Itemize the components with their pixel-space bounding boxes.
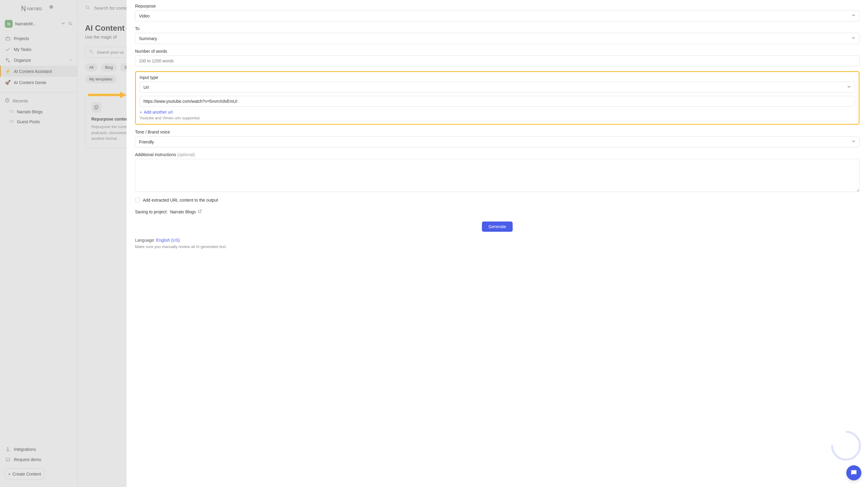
svg-point-1 [6,58,7,60]
chevron-down-icon[interactable] [61,21,65,27]
repurpose-select[interactable]: Video [135,10,860,21]
gear-icon[interactable] [68,21,73,27]
nav-integrations[interactable]: Integrations [0,444,78,454]
repurpose-label: Repurpose [135,4,860,8]
nav-request-demo[interactable]: Request demo [0,454,78,465]
narrato-logo: narrato [21,4,57,13]
to-label: To [135,26,860,31]
extract-label: Add extracted URL content to the output [143,198,218,203]
words-label: Number of words [135,49,860,54]
folder-icon [10,109,14,114]
tone-select[interactable]: Friendly [135,136,860,147]
anchor-icon [5,447,11,452]
words-input[interactable] [135,56,860,66]
tone-label: Tone / Brand voice [135,129,860,134]
nav-label: Integrations [14,447,36,452]
nav-ai-content-assistant[interactable]: ⚡ AI Content Assistant [0,66,78,77]
nav-projects[interactable]: Projects [0,33,78,44]
plus-icon: + [8,471,10,477]
check-icon [5,47,11,52]
additional-label: Additional instructions (optional) [135,152,860,157]
language-prefix: Language: [135,238,155,243]
tone-value: Friendly [139,140,154,144]
nav-my-tasks[interactable]: My Tasks [0,44,78,55]
copy-icon [91,102,101,113]
plus-icon: + [140,110,142,115]
svg-point-6 [86,6,89,8]
nav-organize[interactable]: Organize [0,55,78,66]
additional-textarea[interactable] [135,159,860,192]
workspace-badge: N [5,20,13,28]
rocket-icon: 🚀 [5,80,11,85]
add-another-url-link[interactable]: + Add another url [140,110,855,115]
workspace-name: NarratoM... [15,21,59,26]
nav-label: Organize [14,58,31,63]
svg-rect-9 [94,106,97,110]
search-icon [85,5,90,11]
recent-guest-posts[interactable]: Guest Posts [0,117,78,127]
chat-icon [850,469,858,477]
svg-marker-11 [120,92,127,98]
chevron-right-icon [69,58,73,63]
recent-label: Narrato Blogs [17,110,43,114]
svg-point-2 [8,61,10,62]
url-input[interactable] [140,96,855,107]
recents-header: Recents [0,95,78,107]
nav-label: My Tasks [14,47,31,52]
lightning-icon: ⚡ [5,68,11,74]
pill-blog[interactable]: Blog [101,63,117,71]
external-link-icon [198,209,202,214]
saving-project-link[interactable]: Narrato Blogs [170,209,202,214]
pill-my-templates[interactable]: My templates [85,75,117,83]
logo-area: narrato [0,0,78,19]
input-type-highlight: Input type Url + Add another url Youtube… [135,71,860,125]
nav-ai-content-genie[interactable]: 🚀 AI Content Genie [0,77,78,88]
input-type-value: Url [144,85,149,90]
extract-checkbox[interactable] [135,198,140,203]
input-type-select[interactable]: Url [140,82,855,93]
generate-button[interactable]: Generate [482,221,513,232]
sidebar: narrato N NarratoM... Projects [0,0,78,487]
annotation-arrow-icon [87,91,127,99]
screen-icon [5,457,11,462]
chevron-down-icon [847,85,851,90]
add-another-label: Add another url [144,110,173,115]
clock-icon [5,98,10,104]
workspace-switcher[interactable]: N NarratoM... [0,19,78,31]
svg-point-4 [7,448,8,449]
nav-label: AI Content Assistant [14,69,52,74]
saving-label: Saving to project: [135,209,167,214]
recent-narrato-blogs[interactable]: Narrato Blogs [0,107,78,117]
repurpose-value: Video [139,13,150,19]
svg-text:narrato: narrato [27,6,42,11]
create-content-button[interactable]: + Create Content [5,468,44,480]
chevron-down-icon [851,139,856,144]
saving-project-name: Narrato Blogs [170,209,196,214]
url-hint: Youtube and Vimeo urls supported. [140,116,855,120]
pill-all[interactable]: All [85,63,98,71]
chevron-down-icon [851,36,856,41]
recents-label: Recents [13,98,28,103]
recent-label: Guest Posts [17,119,40,124]
disclaimer-text: Make sure you manually review all AI gen… [135,244,860,249]
svg-point-7 [90,50,92,53]
to-value: Summary [139,36,157,41]
language-link[interactable]: English (US) [156,238,180,243]
organize-icon [5,58,11,63]
form-panel: Repurpose Video To Summary Number of wor… [127,0,868,487]
main-nav: Projects My Tasks Organize ⚡ AI Content … [0,31,78,90]
nav-label: Request demo [14,457,41,462]
create-label: Create Content [12,471,41,477]
input-type-label: Input type [140,75,855,80]
svg-rect-5 [6,458,10,460]
briefcase-icon [5,36,11,41]
nav-label: Projects [14,36,29,41]
to-select[interactable]: Summary [135,33,860,44]
chat-fab[interactable] [846,465,861,480]
chevron-down-icon [851,13,856,19]
folder-icon [10,119,14,124]
svg-rect-8 [95,105,98,109]
nav-label: AI Content Genie [14,80,46,85]
divider [0,92,78,93]
search-icon [89,50,94,55]
